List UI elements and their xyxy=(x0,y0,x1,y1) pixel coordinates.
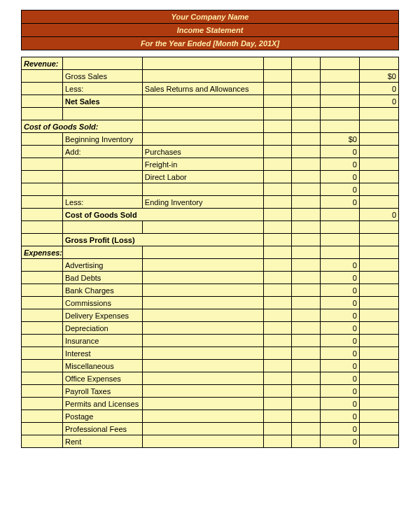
expense-item-label: Depreciation xyxy=(62,322,142,335)
statement-period: For the Year Ended [Month Day, 201X] xyxy=(22,37,399,50)
expense-item-value: 0 xyxy=(321,435,360,448)
net-sales-label: Net Sales xyxy=(62,95,142,108)
cogs-subtotal-value: 0 xyxy=(321,183,360,196)
expense-item-label: Advertising xyxy=(62,259,142,272)
expense-item-label: Postage xyxy=(62,410,142,423)
expense-item-label: Rent xyxy=(62,435,142,448)
gross-sales-label: Gross Sales xyxy=(62,70,142,83)
expense-item-label: Professional Fees xyxy=(62,423,142,435)
income-statement-table: Your Company Name Income Statement For t… xyxy=(21,10,399,448)
expense-item-value: 0 xyxy=(321,423,360,435)
cogs-less-label: Less: xyxy=(62,196,142,209)
expense-item-value: 0 xyxy=(321,284,360,297)
direct-labor-label: Direct Labor xyxy=(142,171,263,183)
expense-item-label: Bad Debts xyxy=(62,272,142,284)
beginning-inv-label: Beginning Inventory xyxy=(62,133,142,146)
expense-item-value: 0 xyxy=(321,259,360,272)
cogs-label: Cost of Goods Sold: xyxy=(22,120,143,133)
expense-item-value: 0 xyxy=(321,335,360,347)
expense-item-label: Commissions xyxy=(62,297,142,309)
cogs-total-value: 0 xyxy=(359,209,398,221)
expense-item-value: 0 xyxy=(321,398,360,410)
beginning-inv-value: $0 xyxy=(321,133,360,146)
cogs-total-label: Cost of Goods Sold xyxy=(62,209,263,221)
company-name: Your Company Name xyxy=(22,10,399,24)
expense-item-value: 0 xyxy=(321,309,360,322)
sales-returns-label: Sales Returns and Allowances xyxy=(142,83,263,95)
gross-profit-label: Gross Profit (Loss) xyxy=(62,234,263,246)
expense-item-label: Bank Charges xyxy=(62,284,142,297)
expense-item-label: Payroll Taxes xyxy=(62,385,142,398)
ending-inv-label: Ending Inventory xyxy=(142,196,263,209)
expense-item-label: Delivery Expenses xyxy=(62,309,142,322)
expenses-label: Expenses: xyxy=(22,246,63,259)
expense-item-value: 0 xyxy=(321,360,360,372)
expense-item-label: Insurance xyxy=(62,335,142,347)
expense-item-value: 0 xyxy=(321,385,360,398)
expense-item-value: 0 xyxy=(321,322,360,335)
expense-item-label: Permits and Licenses xyxy=(62,398,142,410)
ending-inv-value: 0 xyxy=(321,196,360,209)
expense-item-value: 0 xyxy=(321,297,360,309)
expense-item-value: 0 xyxy=(321,347,360,360)
expense-item-value: 0 xyxy=(321,410,360,423)
freight-in-label: Freight-in xyxy=(142,158,263,171)
expense-item-value: 0 xyxy=(321,272,360,284)
gross-sales-value: $0 xyxy=(359,70,398,83)
expense-item-value: 0 xyxy=(321,372,360,385)
net-sales-value: 0 xyxy=(359,95,398,108)
freight-in-value: 0 xyxy=(321,158,360,171)
expense-item-label: Miscellaneous xyxy=(62,360,142,372)
spacer xyxy=(22,50,399,57)
cogs-add-label: Add: xyxy=(62,146,142,158)
purchases-label: Purchases xyxy=(142,146,263,158)
revenue-less-label: Less: xyxy=(62,83,142,95)
direct-labor-value: 0 xyxy=(321,171,360,183)
purchases-value: 0 xyxy=(321,146,360,158)
statement-title: Income Statement xyxy=(22,24,399,37)
sales-returns-value: 0 xyxy=(359,83,398,95)
expense-item-label: Interest xyxy=(62,347,142,360)
revenue-label: Revenue: xyxy=(22,57,63,70)
expense-item-label: Office Expenses xyxy=(62,372,142,385)
